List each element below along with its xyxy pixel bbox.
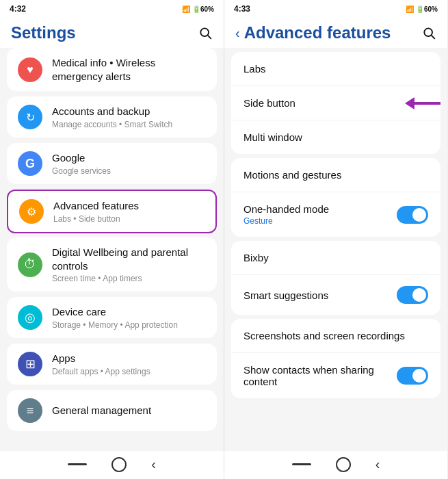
nav-recents-icon[interactable] xyxy=(68,463,87,465)
signal-icon: 📶 xyxy=(182,5,190,13)
one-handed-sub: Gesture xyxy=(243,216,329,226)
nav-home-icon[interactable] xyxy=(336,457,351,472)
bixby-label: Bixby xyxy=(243,252,269,263)
screenshots-label: Screenshots and screen recordings xyxy=(243,330,405,341)
advanced-features-item[interactable]: ⚙ Advanced features Labs • Side button xyxy=(7,190,217,233)
google-group: G Google Google services xyxy=(7,143,217,184)
settings-title: Settings xyxy=(11,23,76,42)
status-bar-left: 4:32 📶 🔋60% xyxy=(0,0,224,16)
svg-point-2 xyxy=(424,28,432,36)
arrow-body xyxy=(414,102,440,105)
nav-bar-left: ‹ xyxy=(0,451,224,479)
list-item[interactable]: ◎ Device care Storage • Memory • App pro… xyxy=(7,297,217,338)
list-item[interactable]: ⊞ Apps Default apps • App settings xyxy=(7,344,217,385)
nav-home-icon[interactable] xyxy=(111,457,127,472)
item-title: Apps xyxy=(52,352,206,365)
one-handed-toggle[interactable] xyxy=(397,206,428,224)
list-item[interactable]: ♥ Medical info • Wireless emergency aler… xyxy=(7,48,217,91)
general-icon: ≡ xyxy=(18,398,42,423)
accounts-icon: ↻ xyxy=(18,105,42,129)
bixby-item[interactable]: Bixby xyxy=(231,241,440,275)
device-care-group: ◎ Device care Storage • Memory • App pro… xyxy=(7,297,217,338)
accounts-group: ↻ Accounts and backup Manage accounts • … xyxy=(7,96,217,138)
search-icon[interactable] xyxy=(421,25,436,40)
one-handed-item[interactable]: One-handed mode Gesture xyxy=(231,192,440,237)
item-subtitle: Default apps • App settings xyxy=(52,367,206,376)
status-bar-right: 4:33 📶 🔋60% xyxy=(224,0,447,16)
signal-icon: 📶 xyxy=(406,5,414,13)
wellbeing-group: ⏱ Digital Wellbeing and parental control… xyxy=(7,237,217,292)
apps-icon: ⊞ xyxy=(18,352,42,376)
item-subtitle: Screen time • App timers xyxy=(52,274,206,283)
medical-group: ♥ Medical info • Wireless emergency aler… xyxy=(7,48,217,91)
svg-line-1 xyxy=(208,36,211,38)
list-item[interactable]: ↻ Accounts and backup Manage accounts • … xyxy=(7,96,217,138)
battery-icon: 🔋60% xyxy=(416,5,438,13)
labs-item[interactable]: Labs xyxy=(231,52,440,86)
arrow-annotation xyxy=(405,97,440,109)
side-button-label: Side button xyxy=(243,97,295,109)
settings-header: Settings xyxy=(0,16,224,48)
group-1: Labs Side button Multi window xyxy=(231,52,440,154)
group-3: Bixby Smart suggestions xyxy=(231,241,440,315)
group-2: Motions and gestures One-handed mode Ges… xyxy=(231,158,440,237)
apps-group: ⊞ Apps Default apps • App settings xyxy=(7,344,217,385)
nav-recents-icon[interactable] xyxy=(292,463,311,465)
item-subtitle: Storage • Memory • App protection xyxy=(52,320,206,330)
device-icon: ◎ xyxy=(18,305,42,330)
wellbeing-icon: ⏱ xyxy=(18,253,42,277)
one-handed-label: One-handed mode xyxy=(243,203,329,215)
list-item[interactable]: ≡ General management xyxy=(7,390,217,431)
battery-icon: 🔋60% xyxy=(192,5,214,13)
nav-bar-right: ‹ xyxy=(224,451,447,479)
item-subtitle: Labs • Side button xyxy=(53,214,205,224)
left-panel: 4:32 📶 🔋60% Settings ♥ Medical info • Wi… xyxy=(0,0,224,479)
motions-label: Motions and gestures xyxy=(243,169,341,181)
item-title: Device care xyxy=(52,305,206,319)
general-group: ≡ General management xyxy=(7,390,217,431)
google-icon: G xyxy=(18,151,42,176)
multi-window-item[interactable]: Multi window xyxy=(231,120,440,154)
show-contacts-item[interactable]: Show contacts when sharing content xyxy=(231,353,440,398)
advanced-header: ‹ Advanced features xyxy=(224,16,447,48)
item-title: Google xyxy=(52,151,206,165)
medical-icon: ♥ xyxy=(18,57,42,82)
search-icon[interactable] xyxy=(198,25,213,40)
status-time-left: 4:32 xyxy=(10,4,26,14)
show-contacts-toggle[interactable] xyxy=(397,367,428,385)
labs-label: Labs xyxy=(243,63,266,75)
advanced-content: Labs Side button Multi window Motions an… xyxy=(224,48,447,451)
screenshots-item[interactable]: Screenshots and screen recordings xyxy=(231,319,440,353)
advanced-icon: ⚙ xyxy=(19,199,44,224)
list-item[interactable]: ⏱ Digital Wellbeing and parental control… xyxy=(7,237,217,292)
smart-suggestions-label: Smart suggestions xyxy=(243,289,328,301)
motions-item[interactable]: Motions and gestures xyxy=(231,158,440,192)
item-title: General management xyxy=(52,404,206,417)
status-icons-left: 📶 🔋60% xyxy=(182,5,214,13)
multi-window-label: Multi window xyxy=(243,131,302,143)
nav-back-icon[interactable]: ‹ xyxy=(375,456,380,472)
item-title: Medical info • Wireless emergency alerts xyxy=(52,56,206,83)
item-subtitle: Google services xyxy=(52,166,206,176)
status-time-right: 4:33 xyxy=(234,4,250,14)
group-4: Screenshots and screen recordings Show c… xyxy=(231,319,440,398)
smart-suggestions-toggle[interactable] xyxy=(397,286,428,304)
item-title: Advanced features xyxy=(53,199,205,213)
item-subtitle: Manage accounts • Smart Switch xyxy=(52,120,206,129)
smart-suggestions-item[interactable]: Smart suggestions xyxy=(231,275,440,315)
item-title: Accounts and backup xyxy=(52,105,206,118)
status-icons-right: 📶 🔋60% xyxy=(406,5,438,13)
arrow-head-icon xyxy=(405,97,414,109)
settings-content: ♥ Medical info • Wireless emergency aler… xyxy=(0,48,224,451)
back-button[interactable]: ‹ xyxy=(235,25,240,41)
right-panel: 4:33 📶 🔋60% ‹ Advanced features Labs Sid… xyxy=(224,0,447,479)
svg-point-0 xyxy=(200,28,209,36)
header-icons xyxy=(198,25,213,40)
list-item[interactable]: G Google Google services xyxy=(7,143,217,184)
advanced-title: Advanced features xyxy=(244,23,391,42)
svg-line-3 xyxy=(432,36,434,38)
side-button-item[interactable]: Side button xyxy=(231,86,440,120)
show-contacts-label: Show contacts when sharing content xyxy=(243,364,380,387)
nav-back-icon[interactable]: ‹ xyxy=(151,456,156,472)
item-title: Digital Wellbeing and parental controls xyxy=(52,246,206,272)
